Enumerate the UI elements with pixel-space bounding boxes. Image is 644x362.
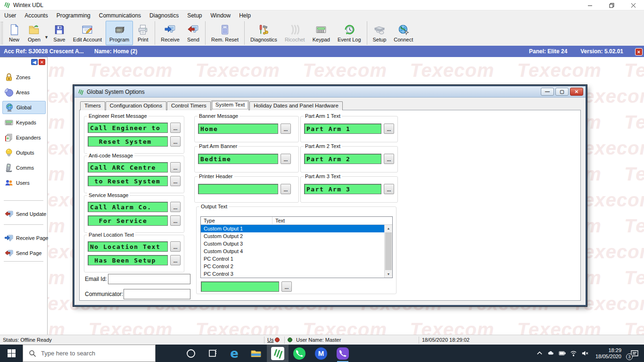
connect-button[interactable]: Connect	[390, 21, 417, 45]
menu-item[interactable]: Accounts	[20, 10, 52, 20]
tab[interactable]: Holiday Dates and Panel Hardware	[249, 101, 343, 110]
menu-item[interactable]: Help	[235, 10, 255, 20]
volume-muted-icon[interactable]	[579, 345, 591, 362]
ellipsis-button[interactable]: ...	[170, 241, 181, 252]
table-scrollbar[interactable]: ▲ ▼	[384, 225, 392, 278]
taskbar-search[interactable]: Type here to search	[23, 345, 156, 362]
edge-button[interactable]: e	[223, 345, 245, 362]
ellipsis-button[interactable]: ...	[170, 123, 181, 133]
table-row[interactable]: Custom Output 1	[201, 225, 384, 232]
window-minimize-icon[interactable]	[579, 0, 601, 10]
rem-reset-button[interactable]: Rem. Reset	[207, 21, 242, 45]
edit-account-button[interactable]: Edit Account	[69, 21, 106, 45]
part-arm-banner-field[interactable]: Bedtime	[198, 154, 278, 164]
table-row[interactable]: Custom Output 4	[201, 247, 384, 255]
menu-item[interactable]: Window	[206, 10, 235, 20]
panel-location-line1-field[interactable]: No Location Text	[88, 241, 168, 252]
sidebar-item-keypads[interactable]: Keypads	[2, 116, 46, 129]
communicator-input[interactable]	[124, 289, 190, 299]
sidebar-item-areas[interactable]: Areas	[2, 86, 46, 99]
dialog-maximize-icon[interactable]: ▢	[555, 88, 569, 96]
account-close-icon[interactable]: ×	[635, 48, 643, 56]
panel-location-line2-field[interactable]: Has Been Setup	[88, 255, 168, 265]
sidebar-item-send-update[interactable]: Send Update	[2, 207, 46, 221]
wintex-taskbar-button[interactable]	[267, 345, 289, 362]
setup-button[interactable]: Setup	[369, 21, 390, 45]
ellipsis-button[interactable]: ...	[384, 154, 394, 164]
onedrive-cloud-icon[interactable]	[545, 345, 557, 362]
wifi-icon[interactable]	[568, 345, 579, 362]
column-header-text[interactable]: Text	[272, 218, 285, 223]
tab[interactable]: Configuration Options	[106, 101, 166, 110]
event-log-button[interactable]: Event Log	[334, 21, 365, 45]
new-button[interactable]: New	[4, 21, 24, 45]
viber-button[interactable]	[332, 345, 354, 362]
open-dropdown-icon[interactable]: ▼	[44, 35, 49, 40]
program-button[interactable]: Program	[106, 21, 133, 45]
ellipsis-button[interactable]: ...	[170, 215, 181, 226]
sidebar-item-global[interactable]: Global	[2, 101, 46, 114]
maxthon-button[interactable]: M	[310, 345, 332, 362]
save-button[interactable]: Save	[50, 21, 69, 45]
tray-chevron-icon[interactable]	[534, 345, 545, 362]
table-row[interactable]: Custom Output 3	[201, 240, 384, 247]
ellipsis-button[interactable]: ...	[170, 136, 181, 147]
scroll-up-icon[interactable]: ▲	[385, 225, 392, 232]
part-arm-1-field[interactable]: Part Arm 1	[304, 123, 381, 134]
sidebar-item-zones[interactable]: Zones	[2, 71, 46, 84]
menu-item[interactable]: User	[0, 10, 20, 20]
menu-item[interactable]: Diagnostics	[145, 10, 183, 20]
file-explorer-button[interactable]	[245, 345, 267, 362]
sidebar-item-outputs[interactable]: Outputs	[2, 146, 46, 159]
ellipsis-button[interactable]: ...	[170, 176, 181, 186]
action-center-button[interactable]: 3	[625, 345, 644, 362]
column-header-type[interactable]: Type	[201, 217, 272, 225]
ellipsis-button[interactable]: ...	[170, 255, 181, 265]
sidebar-close-icon[interactable]: ×	[39, 59, 45, 65]
ellipsis-button[interactable]: ...	[170, 202, 181, 212]
anti-code-line1-field[interactable]: Call ARC Centre	[88, 162, 168, 173]
ellipsis-button[interactable]: ...	[281, 123, 291, 134]
taskbar-clock[interactable]: 18:29 18/05/2020	[591, 347, 625, 360]
banner-message-field[interactable]: Home	[198, 123, 278, 134]
engineer-reset-line2-field[interactable]: Reset System	[88, 136, 168, 147]
menu-item[interactable]: Setup	[183, 10, 206, 20]
tab[interactable]: Control Timers	[167, 101, 211, 110]
anti-code-line2-field[interactable]: to Reset System	[88, 176, 168, 186]
service-line1-field[interactable]: Call Alarm Co.	[88, 202, 168, 212]
ellipsis-button[interactable]: ...	[281, 154, 291, 164]
email-id-input[interactable]	[108, 274, 190, 284]
scroll-down-icon[interactable]: ▼	[385, 271, 392, 278]
keypad-button[interactable]: Keypad	[309, 21, 334, 45]
battery-icon[interactable]	[557, 345, 568, 362]
ellipsis-button[interactable]: ...	[384, 184, 394, 194]
sidebar-item-receive-page[interactable]: Receive Page	[2, 231, 46, 245]
output-text-editor-field[interactable]	[201, 281, 279, 292]
ellipsis-button[interactable]: ...	[170, 162, 181, 173]
cortana-button[interactable]	[180, 345, 202, 362]
table-row[interactable]: PC Control 3	[201, 270, 384, 278]
menu-item[interactable]: Programming	[52, 10, 95, 20]
menu-item[interactable]: Communications	[95, 10, 145, 20]
sidebar-item-expanders[interactable]: Expanders	[2, 131, 46, 144]
diagnostics-button[interactable]: Diagnostics	[247, 21, 281, 45]
ellipsis-button[interactable]: ...	[384, 123, 394, 134]
task-view-button[interactable]	[202, 345, 223, 362]
send-button[interactable]: Send	[183, 21, 203, 45]
ellipsis-button[interactable]: ...	[281, 184, 291, 194]
ellipsis-button[interactable]: ...	[281, 281, 292, 292]
dialog-minimize-icon[interactable]: —	[541, 88, 554, 96]
dialog-close-icon[interactable]: ✕	[570, 88, 583, 96]
sidebar-item-users[interactable]: Users	[2, 176, 46, 189]
table-row[interactable]: PC Control 2	[201, 263, 384, 270]
window-close-icon[interactable]	[622, 0, 644, 10]
receive-button[interactable]: Receive	[157, 21, 183, 45]
sidebar-item-comms[interactable]: Comms	[2, 161, 46, 174]
tab[interactable]: Timers	[80, 101, 105, 110]
printer-header-field[interactable]	[198, 184, 278, 194]
engineer-reset-line1-field[interactable]: Call Engineer to	[88, 123, 168, 133]
part-arm-2-field[interactable]: Part Arm 2	[304, 154, 381, 164]
toolbar-grip[interactable]	[1, 22, 3, 44]
sidebar-dock-icon[interactable]: ◀	[31, 59, 38, 65]
whatsapp-button[interactable]	[289, 345, 310, 362]
